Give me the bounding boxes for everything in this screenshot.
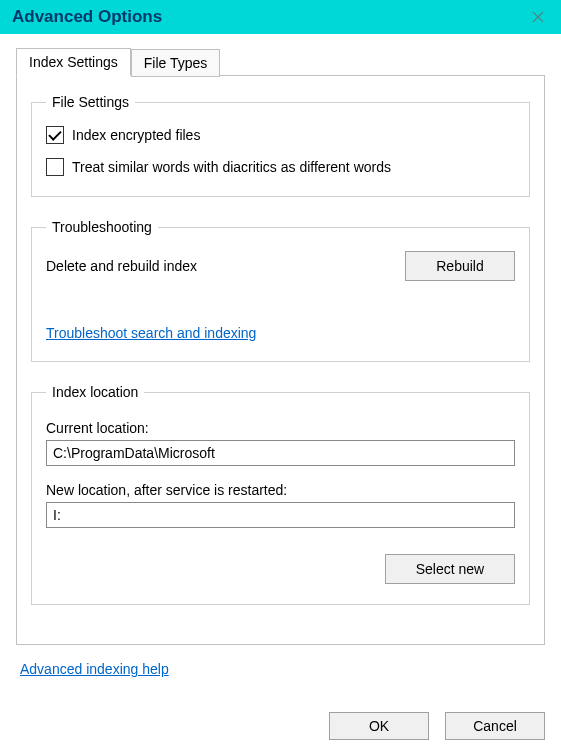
troubleshooting-legend: Troubleshooting [46, 219, 158, 235]
titlebar: Advanced Options [0, 0, 561, 34]
checkbox-label: Treat similar words with diacritics as d… [72, 159, 391, 175]
checkbox-icon [46, 126, 64, 144]
delete-rebuild-label: Delete and rebuild index [46, 258, 197, 274]
current-location-label: Current location: [46, 420, 515, 436]
ok-button[interactable]: OK [329, 712, 429, 740]
dialog-content: Index Settings File Types File Settings … [0, 34, 561, 677]
tab-file-types[interactable]: File Types [131, 49, 221, 77]
current-location-input[interactable] [46, 440, 515, 466]
index-location-group: Index location Current location: New loc… [31, 384, 530, 605]
index-location-legend: Index location [46, 384, 144, 400]
dialog-button-row: OK Cancel [329, 712, 545, 740]
advanced-indexing-help-link[interactable]: Advanced indexing help [20, 661, 169, 677]
cancel-button[interactable]: Cancel [445, 712, 545, 740]
select-new-button[interactable]: Select new [385, 554, 515, 584]
checkbox-icon [46, 158, 64, 176]
file-settings-legend: File Settings [46, 94, 135, 110]
tab-panel-index-settings: File Settings Index encrypted files Trea… [16, 75, 545, 645]
new-location-input[interactable] [46, 502, 515, 528]
new-location-label: New location, after service is restarted… [46, 482, 515, 498]
tab-index-settings[interactable]: Index Settings [16, 48, 131, 76]
troubleshooting-group: Troubleshooting Delete and rebuild index… [31, 219, 530, 362]
tab-strip: Index Settings File Types [16, 48, 545, 76]
rebuild-button[interactable]: Rebuild [405, 251, 515, 281]
checkbox-index-encrypted[interactable]: Index encrypted files [46, 126, 515, 144]
window-title: Advanced Options [12, 7, 162, 27]
checkbox-label: Index encrypted files [72, 127, 200, 143]
help-link-row: Advanced indexing help [20, 661, 541, 677]
file-settings-group: File Settings Index encrypted files Trea… [31, 94, 530, 197]
close-icon [532, 11, 544, 23]
checkbox-diacritics[interactable]: Treat similar words with diacritics as d… [46, 158, 515, 176]
rebuild-row: Delete and rebuild index Rebuild [46, 251, 515, 281]
close-button[interactable] [515, 0, 561, 34]
troubleshoot-link[interactable]: Troubleshoot search and indexing [46, 325, 256, 341]
